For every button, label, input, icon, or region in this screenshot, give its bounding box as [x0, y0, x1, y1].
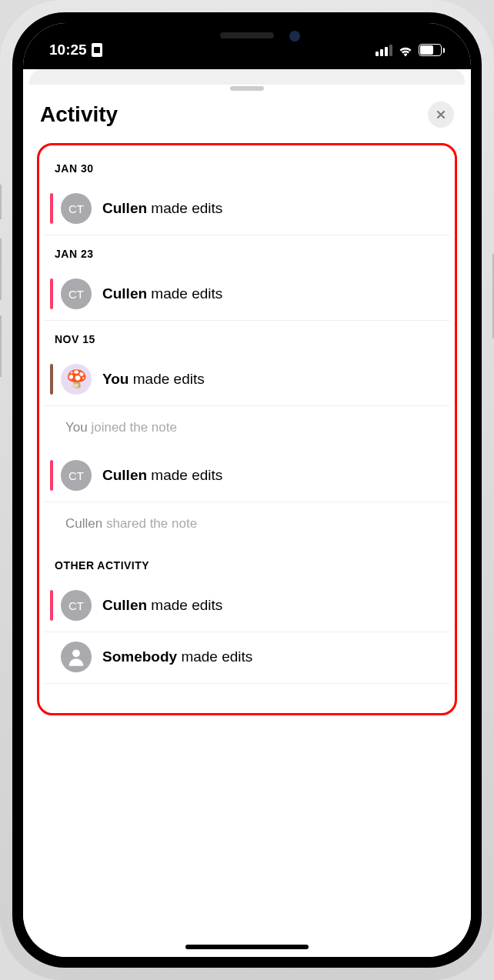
person-icon — [65, 646, 87, 668]
annotation-highlight: JAN 30 CT Cullen made edits JAN 23 CT — [37, 143, 457, 715]
activity-text: Cullen made edits — [102, 200, 222, 217]
avatar: CT — [61, 278, 92, 309]
activity-row[interactable]: Somebody made edits — [44, 632, 450, 684]
background-sheet — [29, 69, 465, 85]
activity-text: Cullen made edits — [102, 285, 222, 302]
close-icon — [436, 109, 446, 120]
home-indicator[interactable] — [185, 945, 309, 949]
activity-row[interactable]: CT Cullen made edits — [44, 581, 450, 632]
color-bar — [50, 364, 53, 395]
phone-frame: 10:25 59 — [0, 0, 494, 980]
color-bar — [50, 460, 53, 491]
avatar: CT — [61, 590, 92, 621]
sim-icon — [92, 43, 102, 57]
activity-row[interactable]: CT Cullen made edits — [44, 184, 450, 235]
side-button — [0, 185, 2, 219]
color-bar — [50, 193, 53, 224]
activity-row[interactable]: CT Cullen made edits — [44, 269, 450, 321]
activity-row[interactable]: 🍄 You made edits — [44, 355, 450, 406]
activity-text: Cullen made edits — [102, 467, 222, 484]
color-bar — [50, 590, 53, 621]
wifi-icon — [398, 44, 413, 56]
color-bar — [50, 278, 53, 309]
activity-meta: You joined the note — [44, 406, 450, 451]
close-button[interactable] — [428, 102, 454, 128]
avatar — [61, 642, 92, 672]
svg-point-0 — [72, 649, 80, 657]
cell-signal-icon — [376, 45, 392, 56]
activity-sheet: Activity JAN 30 CT Cullen made edits — [23, 86, 471, 957]
avatar: CT — [61, 193, 92, 224]
date-heading: JAN 23 — [44, 235, 450, 269]
activity-text: Cullen made edits — [102, 597, 222, 614]
side-button — [0, 238, 2, 300]
date-heading: NOV 15 — [44, 321, 450, 355]
activity-meta: Cullen shared the note — [44, 502, 450, 547]
activity-row[interactable]: CT Cullen made edits — [44, 451, 450, 502]
notch — [159, 23, 335, 51]
activity-text: Somebody made edits — [102, 648, 252, 665]
avatar: 🍄 — [61, 364, 92, 395]
activity-text: You made edits — [102, 371, 205, 388]
section-heading: OTHER ACTIVITY — [44, 547, 450, 581]
status-time: 10:25 — [49, 42, 87, 58]
date-heading: JAN 30 — [44, 150, 450, 184]
side-button — [0, 315, 2, 377]
battery-icon: 59 — [419, 44, 445, 56]
page-title: Activity — [40, 102, 118, 127]
avatar: CT — [61, 460, 92, 491]
